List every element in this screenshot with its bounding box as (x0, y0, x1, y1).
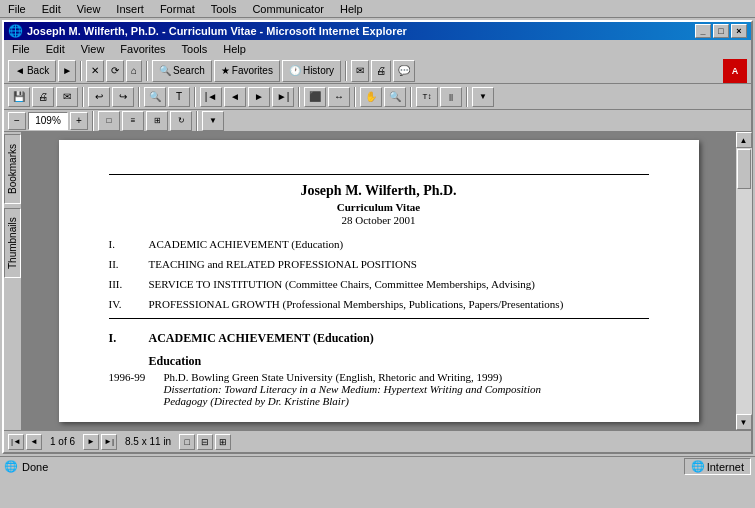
nav-next-btn[interactable]: ► (83, 434, 99, 450)
nav-first-btn[interactable]: |◄ (8, 434, 24, 450)
toc-text-2: TEACHING and RELATED PROFESSIONAL POSITI… (149, 258, 418, 270)
browser-menu-bar: File Edit View Favorites Tools Help (4, 40, 751, 58)
pdf-sep-4 (298, 87, 300, 107)
stop-button[interactable]: ✕ (86, 60, 104, 82)
scroll-thumb[interactable] (737, 149, 751, 189)
app-menu-format[interactable]: Format (156, 2, 199, 16)
browser-menu-help[interactable]: Help (219, 42, 250, 56)
history-icon: 🕐 (289, 65, 301, 76)
maximize-button[interactable]: □ (713, 24, 729, 38)
pdf-zoom-out-btn[interactable]: − (8, 112, 26, 130)
favorites-icon: ★ (221, 65, 230, 76)
edu-dissertation-line: Dissertation: Toward Literacy in a New M… (164, 383, 541, 395)
browser-menu-edit[interactable]: Edit (42, 42, 69, 56)
app-menu-insert[interactable]: Insert (112, 2, 148, 16)
scroll-down-button[interactable]: ▼ (736, 414, 752, 430)
scroll-up-button[interactable]: ▲ (736, 132, 752, 148)
zoom-value: 109% (28, 112, 68, 130)
forward-button[interactable]: ► (58, 60, 76, 82)
pdf-email-button[interactable]: ✉ (56, 87, 78, 107)
section-1-num: I. (109, 331, 149, 346)
status-zone: 🌐 Internet (684, 458, 751, 475)
home-button[interactable]: ⌂ (126, 60, 142, 82)
toc-item-1: I. ACADEMIC ACHIEVEMENT (Education) (109, 238, 649, 250)
pdf-fit-page[interactable]: ⬛ (304, 87, 326, 107)
page-icon-3[interactable]: ⊞ (215, 434, 231, 450)
page-indicator: 1 of 6 (44, 436, 81, 447)
pdf-nav-next[interactable]: ► (248, 87, 270, 107)
page-current: 1 (50, 436, 56, 447)
favorites-button[interactable]: ★ Favorites (214, 60, 280, 82)
app-menu-file[interactable]: File (4, 2, 30, 16)
browser-title-buttons: _ □ × (695, 24, 747, 38)
minimize-button[interactable]: _ (695, 24, 711, 38)
pdf-nav-last[interactable]: ►| (272, 87, 294, 107)
browser-menu-favorites[interactable]: Favorites (116, 42, 169, 56)
browser-menu-view[interactable]: View (77, 42, 109, 56)
browser-menu-tools[interactable]: Tools (178, 42, 212, 56)
pdf-zoom-in[interactable]: 🔍 (384, 87, 406, 107)
forward-arrow-icon: ► (62, 65, 72, 76)
nav-last-btn[interactable]: ►| (101, 434, 117, 450)
pdf-text-select[interactable]: T↕ (416, 87, 438, 107)
internet-label: Internet (707, 461, 744, 473)
pdf-zoom-in-btn[interactable]: + (70, 112, 88, 130)
pdf-doc-date: 28 October 2001 (109, 214, 649, 226)
pdf-options[interactable]: ▼ (202, 111, 224, 131)
pdf-rotate[interactable]: ↻ (170, 111, 192, 131)
history-button[interactable]: 🕐 History (282, 60, 341, 82)
thumbnails-tab[interactable]: Thumbnails (4, 208, 21, 278)
app-menu-view[interactable]: View (73, 2, 105, 16)
close-button[interactable]: × (731, 24, 747, 38)
page-icon-2[interactable]: ⊟ (197, 434, 213, 450)
internet-icon: 🌐 (691, 460, 705, 473)
toc-text-3: SERVICE TO INSTITUTION (Committee Chairs… (149, 278, 535, 290)
app-menu-edit[interactable]: Edit (38, 2, 65, 16)
page-icon-1[interactable]: □ (179, 434, 195, 450)
pdf-search-button[interactable]: 🔍 (144, 87, 166, 107)
page-size-display: 8.5 x 11 in (119, 436, 177, 447)
pdf-column-select[interactable]: || (440, 87, 462, 107)
toolbar-sep-1 (80, 61, 82, 81)
side-panel: Bookmarks Thumbnails (4, 132, 22, 430)
zoom-control: 109% (28, 112, 68, 130)
pdf-nav-prev[interactable]: ◄ (224, 87, 246, 107)
pdf-hand-tool[interactable]: ✋ (360, 87, 382, 107)
page-total: 6 (69, 436, 75, 447)
edu-line1: Ph.D. Bowling Green State University (En… (164, 371, 503, 383)
pdf-fit-width[interactable]: ↔ (328, 87, 350, 107)
pdf-doc-subtitle: Curriculum Vitae (109, 201, 649, 213)
search-button[interactable]: 🔍 Search (152, 60, 212, 82)
mail-button[interactable]: ✉ (351, 60, 369, 82)
back-label: Back (27, 65, 49, 76)
browser-toolbar: ◄ Back ► ✕ ⟳ ⌂ 🔍 Search ★ Favorites 🕐 Hi… (4, 58, 751, 84)
toc-item-2: II. TEACHING and RELATED PROFESSIONAL PO… (109, 258, 649, 270)
browser-menu-file[interactable]: File (8, 42, 34, 56)
app-menu-tools[interactable]: Tools (207, 2, 241, 16)
pdf-more-tools[interactable]: ▼ (472, 87, 494, 107)
pdf-redo-button[interactable]: ↪ (112, 87, 134, 107)
pdf-single-page[interactable]: □ (98, 111, 120, 131)
pdf-select-button[interactable]: T (168, 87, 190, 107)
education-entry-1: 1996-99 Ph.D. Bowling Green State Univer… (109, 371, 649, 407)
pdf-sep-6 (410, 87, 412, 107)
scroll-track[interactable] (736, 148, 752, 414)
pdf-facing[interactable]: ⊞ (146, 111, 168, 131)
toolbar-sep-2 (146, 61, 148, 81)
browser-icon: 🌐 (8, 24, 23, 38)
adobe-logo: A (723, 59, 747, 83)
pdf-continuous[interactable]: ≡ (122, 111, 144, 131)
discuss-button[interactable]: 💬 (393, 60, 415, 82)
pdf-print-button[interactable]: 🖨 (32, 87, 54, 107)
app-menu-help[interactable]: Help (336, 2, 367, 16)
pdf-nav-first[interactable]: |◄ (200, 87, 222, 107)
back-button[interactable]: ◄ Back (8, 60, 56, 82)
pdf-undo-button[interactable]: ↩ (88, 87, 110, 107)
pdf-save-button[interactable]: 💾 (8, 87, 30, 107)
app-menu-communicator[interactable]: Communicator (248, 2, 328, 16)
bookmarks-tab[interactable]: Bookmarks (4, 134, 21, 204)
toc-text-1: ACADEMIC ACHIEVEMENT (Education) (149, 238, 344, 250)
refresh-button[interactable]: ⟳ (106, 60, 124, 82)
nav-prev-btn[interactable]: ◄ (26, 434, 42, 450)
print-button[interactable]: 🖨 (371, 60, 391, 82)
